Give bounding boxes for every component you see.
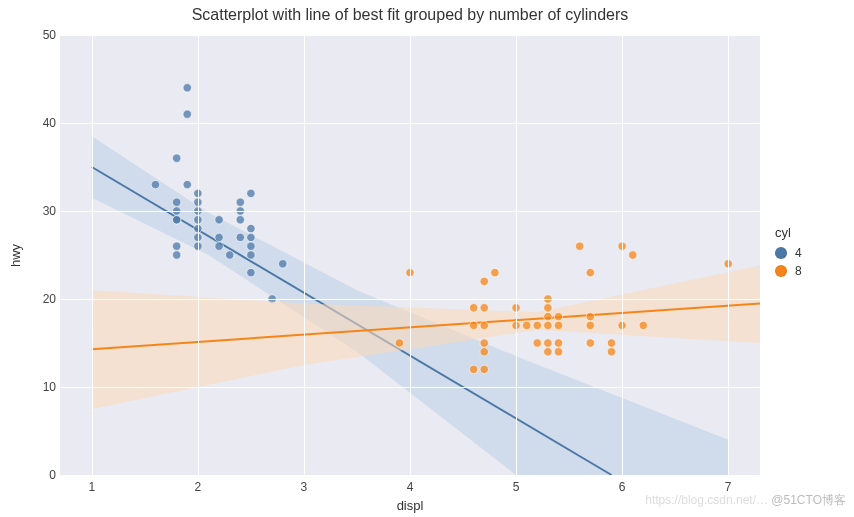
data-point bbox=[279, 260, 287, 268]
data-point bbox=[469, 321, 477, 329]
data-point bbox=[395, 339, 403, 347]
data-point bbox=[247, 233, 255, 241]
x-tick: 1 bbox=[88, 480, 95, 494]
data-point bbox=[247, 224, 255, 232]
data-point bbox=[586, 312, 594, 320]
x-tick: 5 bbox=[513, 480, 520, 494]
legend: cyl 4 8 bbox=[775, 225, 802, 282]
data-point bbox=[469, 365, 477, 373]
data-point bbox=[469, 304, 477, 312]
y-axis-label: hwy bbox=[8, 35, 28, 475]
data-point bbox=[215, 216, 223, 224]
y-tick: 20 bbox=[36, 292, 56, 306]
y-tick: 40 bbox=[36, 116, 56, 130]
data-point bbox=[172, 242, 180, 250]
legend-title: cyl bbox=[775, 225, 802, 240]
chart-title: Scatterplot with line of best fit groupe… bbox=[60, 6, 760, 24]
data-point bbox=[607, 339, 615, 347]
watermark-url: https://blog.csdn.net/… bbox=[645, 493, 768, 507]
x-tick: 4 bbox=[407, 480, 414, 494]
data-point bbox=[607, 348, 615, 356]
data-point bbox=[247, 189, 255, 197]
data-point bbox=[586, 268, 594, 276]
data-point bbox=[480, 321, 488, 329]
data-point bbox=[544, 339, 552, 347]
plot-area bbox=[60, 35, 760, 475]
data-point bbox=[236, 233, 244, 241]
data-point bbox=[544, 321, 552, 329]
data-point bbox=[215, 233, 223, 241]
data-point bbox=[533, 321, 541, 329]
data-point bbox=[183, 180, 191, 188]
y-tick: 50 bbox=[36, 28, 56, 42]
data-point bbox=[629, 251, 637, 259]
data-point bbox=[480, 304, 488, 312]
legend-dot-icon bbox=[775, 247, 787, 259]
data-point bbox=[522, 321, 530, 329]
data-point bbox=[554, 312, 562, 320]
data-point bbox=[586, 321, 594, 329]
data-point bbox=[247, 268, 255, 276]
legend-label: 8 bbox=[795, 264, 802, 278]
legend-dot-icon bbox=[775, 265, 787, 277]
data-point bbox=[172, 251, 180, 259]
data-point bbox=[172, 154, 180, 162]
x-tick: 3 bbox=[301, 480, 308, 494]
data-point bbox=[575, 242, 583, 250]
data-point bbox=[544, 304, 552, 312]
data-point bbox=[480, 339, 488, 347]
data-point bbox=[480, 277, 488, 285]
watermark: https://blog.csdn.net/… @51CTO博客 bbox=[645, 492, 846, 509]
data-point bbox=[247, 251, 255, 259]
x-tick: 2 bbox=[195, 480, 202, 494]
y-tick: 10 bbox=[36, 380, 56, 394]
legend-item-8: 8 bbox=[775, 264, 802, 278]
data-point bbox=[586, 339, 594, 347]
data-point bbox=[544, 348, 552, 356]
data-point bbox=[480, 348, 488, 356]
legend-item-4: 4 bbox=[775, 246, 802, 260]
data-point bbox=[215, 242, 223, 250]
data-point bbox=[225, 251, 233, 259]
data-point bbox=[247, 242, 255, 250]
data-point bbox=[639, 321, 647, 329]
data-point bbox=[183, 84, 191, 92]
data-point bbox=[491, 268, 499, 276]
data-point bbox=[151, 180, 159, 188]
data-point bbox=[236, 198, 244, 206]
x-tick: 7 bbox=[725, 480, 732, 494]
data-point bbox=[172, 216, 180, 224]
data-point bbox=[236, 216, 244, 224]
data-point bbox=[554, 321, 562, 329]
x-tick: 6 bbox=[619, 480, 626, 494]
data-point bbox=[183, 110, 191, 118]
data-point bbox=[544, 312, 552, 320]
data-point bbox=[533, 339, 541, 347]
data-point bbox=[480, 365, 488, 373]
y-tick: 30 bbox=[36, 204, 56, 218]
data-point bbox=[554, 348, 562, 356]
watermark-text: @51CTO博客 bbox=[771, 493, 846, 507]
data-point bbox=[554, 339, 562, 347]
data-point bbox=[172, 198, 180, 206]
legend-label: 4 bbox=[795, 246, 802, 260]
y-tick: 0 bbox=[36, 468, 56, 482]
